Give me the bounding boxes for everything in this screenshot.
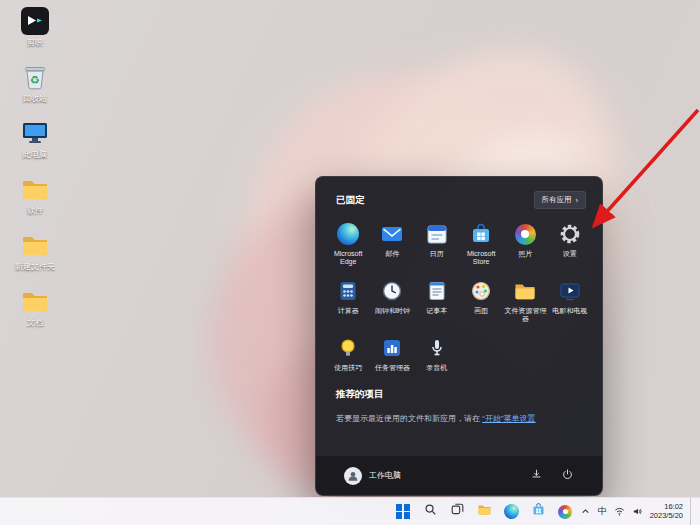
power-icon[interactable]	[561, 467, 574, 485]
recommended-empty-text: 若要显示最近使用的文件和新应用，请在 “开始”菜单设置	[336, 413, 586, 424]
start-menu-header: 已固定 所有应用 ›	[316, 177, 602, 209]
desktop-icon-label: 此电脑	[23, 150, 47, 159]
photos-icon	[558, 505, 572, 519]
movies-tv-icon	[557, 278, 583, 304]
tray-chevron-up-icon[interactable]	[580, 506, 591, 517]
clock-date: 2023/5/20	[650, 511, 683, 520]
this-pc-icon	[20, 118, 50, 148]
desktop-icon-label: 剪映	[27, 38, 43, 47]
notepad-icon	[424, 278, 450, 304]
start-app-paint[interactable]: 画图	[459, 274, 503, 323]
edge-icon	[335, 221, 361, 247]
recommended-text-prefix: 若要显示最近使用的文件和新应用，请在	[336, 414, 480, 423]
ime-indicator[interactable]: 中	[598, 505, 607, 518]
start-settings-link[interactable]: “开始”菜单设置	[482, 414, 535, 423]
pinned-app-grid: Microsoft Edge 邮件 日历 Microsoft Store 照片	[326, 217, 592, 372]
taskbar: 中 16:02 2023/5/20	[0, 497, 700, 525]
folder-icon	[20, 174, 50, 204]
download-icon[interactable]	[530, 467, 543, 485]
paint-icon	[468, 278, 494, 304]
recycle-bin-icon: ♻	[20, 62, 50, 92]
all-apps-label: 所有应用	[542, 195, 572, 205]
footer-actions	[530, 467, 574, 485]
desktop-screen: { "desktop": { "icons": [ { "label": "剪映…	[0, 0, 700, 525]
settings-gear-icon	[557, 221, 583, 247]
desktop-icon-this-pc[interactable]: 此电脑	[6, 118, 64, 159]
store-button[interactable]	[527, 501, 549, 523]
desktop-icon-folder-1[interactable]: 软件	[6, 174, 64, 215]
start-app-alarms[interactable]: 闹钟和时钟	[370, 274, 414, 323]
capcut-icon	[20, 6, 50, 36]
task-view-icon	[450, 502, 465, 521]
edge-icon	[504, 504, 519, 519]
tips-icon	[335, 335, 361, 361]
search-icon	[423, 502, 438, 521]
network-icon[interactable]	[614, 506, 625, 517]
start-menu-footer: 工作电脑	[316, 455, 602, 495]
start-app-movies-tv[interactable]: 电影和电视	[548, 274, 592, 323]
windows-logo-icon	[396, 504, 411, 519]
start-app-task-manager[interactable]: 任务管理器	[370, 331, 414, 372]
search-button[interactable]	[419, 501, 441, 523]
store-icon	[531, 502, 546, 521]
folder-icon	[512, 278, 538, 304]
mail-icon	[379, 221, 405, 247]
task-manager-icon	[379, 335, 405, 361]
recommended-heading: 推荐的项目	[336, 388, 586, 401]
pinned-heading: 已固定	[336, 194, 365, 207]
chevron-right-icon: ›	[576, 196, 579, 205]
start-app-store[interactable]: Microsoft Store	[459, 217, 503, 266]
photos-icon	[512, 221, 538, 247]
start-app-photos[interactable]: 照片	[503, 217, 547, 266]
desktop-icon-capcut[interactable]: 剪映	[6, 6, 64, 47]
photos-button[interactable]	[554, 501, 576, 523]
start-app-mail[interactable]: 邮件	[370, 217, 414, 266]
folder-icon	[477, 502, 492, 521]
start-button[interactable]	[392, 501, 414, 523]
desktop-icon-label: 回收站	[23, 94, 47, 103]
task-view-button[interactable]	[446, 501, 468, 523]
folder-icon	[20, 230, 50, 260]
start-app-file-explorer[interactable]: 文件资源管理器	[503, 274, 547, 323]
system-tray: 中 16:02 2023/5/20	[580, 498, 697, 525]
start-app-tips[interactable]: 使用技巧	[326, 331, 370, 372]
start-app-notepad[interactable]: 记事本	[415, 274, 459, 323]
all-apps-button[interactable]: 所有应用 ›	[534, 191, 587, 209]
user-account-button[interactable]: 工作电脑	[344, 467, 401, 485]
desktop-icon-recycle-bin[interactable]: ♻ 回收站	[6, 62, 64, 103]
file-explorer-button[interactable]	[473, 501, 495, 523]
volume-icon[interactable]	[632, 506, 643, 517]
start-app-edge[interactable]: Microsoft Edge	[326, 217, 370, 266]
show-desktop-button[interactable]	[690, 498, 694, 525]
user-avatar-icon	[344, 467, 362, 485]
calendar-icon	[424, 221, 450, 247]
start-app-calculator[interactable]: 计算器	[326, 274, 370, 323]
taskbar-center-group	[392, 498, 576, 525]
start-menu: 已固定 所有应用 › Microsoft Edge 邮件 日历 Micr	[315, 176, 603, 496]
desktop-icon-folder-3[interactable]: 文档	[6, 286, 64, 327]
start-app-settings[interactable]: 设置	[548, 217, 592, 266]
desktop-icon-label: 新建文件夹	[15, 262, 55, 271]
alarm-clock-icon	[379, 278, 405, 304]
desktop-icon-list: 剪映 ♻ 回收站 此电脑 软件 新建文件夹 文档	[6, 6, 64, 327]
desktop-icon-label: 文档	[27, 318, 43, 327]
taskbar-clock[interactable]: 16:02 2023/5/20	[650, 503, 683, 520]
start-app-calendar[interactable]: 日历	[415, 217, 459, 266]
recommended-section: 推荐的项目 若要显示最近使用的文件和新应用，请在 “开始”菜单设置	[316, 388, 602, 424]
desktop-icon-label: 软件	[27, 206, 43, 215]
calculator-icon	[335, 278, 361, 304]
microphone-icon	[424, 335, 450, 361]
store-icon	[468, 221, 494, 247]
start-app-voice-recorder[interactable]: 录音机	[415, 331, 459, 372]
desktop-icon-folder-2[interactable]: 新建文件夹	[6, 230, 64, 271]
folder-icon	[20, 286, 50, 316]
edge-button[interactable]	[500, 501, 522, 523]
user-name-label: 工作电脑	[369, 470, 401, 481]
svg-text:♻: ♻	[30, 74, 40, 86]
